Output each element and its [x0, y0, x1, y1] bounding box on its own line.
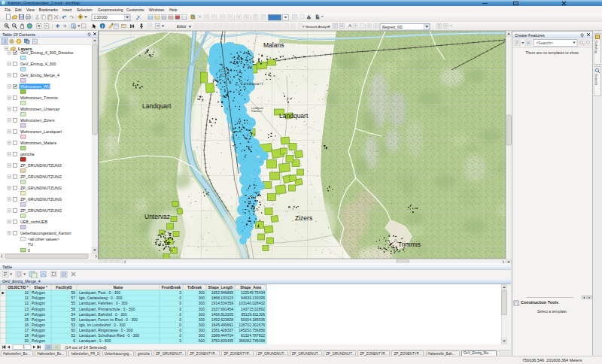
svg-text:Wohnzonen_Landquart: Wohnzonen_Landquart: [20, 129, 62, 134]
svg-text:1: 1: [23, 344, 25, 349]
svg-text:16: 16: [24, 323, 29, 327]
svg-text:Wohnzonen_Trimmis: Wohnzonen_Trimmis: [20, 96, 58, 100]
svg-text:15: 15: [24, 317, 29, 322]
svg-text:143715.02892: 143715.02892: [241, 307, 265, 311]
svg-text:54: 54: [71, 312, 75, 317]
svg-text:0: 0: [179, 312, 181, 317]
svg-text:Landquart : 0 - 600: Landquart : 0 - 600: [79, 338, 111, 343]
svg-text:Polygon: Polygon: [32, 333, 45, 338]
svg-text:Untervaz: Untervaz: [144, 213, 170, 220]
svg-text:0: 0: [179, 307, 181, 311]
svg-text:Wegnetz_ND: Wegnetz_ND: [382, 26, 403, 29]
svg-text:1645.499691: 1645.499691: [211, 323, 233, 327]
svg-text:300: 300: [199, 317, 205, 322]
svg-text:Shape_Length: Shape_Length: [208, 286, 233, 290]
svg-text:18: 18: [24, 333, 29, 338]
svg-text:17: 17: [24, 328, 29, 332]
svg-text:Ueberbauungsstand_Kanton: Ueberbauungsstand_Kanton: [20, 231, 71, 235]
svg-text:366082.745068: 366082.745068: [239, 338, 265, 343]
svg-text:126702.302676: 126702.302676: [239, 323, 265, 327]
svg-text:60: 60: [71, 328, 75, 332]
svg-text:Wohnzonen_Zizers: Wohnzonen_Zizers: [20, 118, 55, 123]
svg-text:3750.839435: 3750.839435: [211, 338, 233, 343]
svg-text:0: 0: [179, 290, 181, 295]
svg-text:1581.428337: 1581.428337: [211, 328, 233, 332]
svg-text:Fabriken: Fabriken: [251, 110, 262, 113]
svg-text:6: 6: [73, 338, 75, 343]
svg-text:300: 300: [199, 333, 205, 338]
svg-text:1868.133123: 1868.133123: [211, 296, 233, 300]
svg-text:300: 300: [199, 307, 205, 311]
svg-text:13: 13: [24, 307, 29, 311]
svg-text:Editor: Editor: [177, 25, 187, 29]
svg-text:Landquart, Fabriken : 0 - 300: Landquart, Fabriken : 0 - 300: [79, 301, 128, 305]
svg-text:1492.623828: 1492.623828: [211, 317, 233, 322]
svg-text:81324.787822: 81324.787822: [241, 333, 265, 338]
svg-text:300: 300: [199, 328, 205, 332]
svg-text:50004.185535: 50004.185535: [241, 317, 265, 322]
svg-text:Polygon: Polygon: [32, 338, 45, 343]
svg-text:ZP_GRUNDNUTZUNG: ZP_GRUNDNUTZUNG: [20, 186, 62, 190]
svg-text:1589.444704: 1589.444704: [211, 333, 233, 338]
svg-text:OeV_Einzug_4_300_Dissolve: OeV_Einzug_4_300_Dissolve: [20, 50, 73, 55]
svg-text:11: 11: [25, 296, 29, 300]
svg-text:300: 300: [199, 323, 205, 327]
svg-text:0: 0: [179, 338, 181, 343]
svg-text:122549.75434: 122549.75434: [241, 290, 265, 295]
svg-text:Landquart, Post : 0 - 300: Landquart, Post : 0 - 300: [79, 290, 120, 295]
svg-text:Landquart: Landquart: [142, 102, 172, 110]
svg-text:55: 55: [71, 301, 75, 305]
svg-text:OeV_Einzug_4_300: OeV_Einzug_4_300: [20, 62, 56, 66]
svg-text:<Search>: <Search>: [536, 41, 553, 45]
svg-text:Polygon: Polygon: [32, 301, 45, 305]
svg-text:0: 0: [179, 323, 181, 327]
svg-text:Polygon: Polygon: [32, 328, 45, 332]
svg-text:14: 14: [24, 312, 29, 317]
svg-text:TU: TU: [28, 242, 33, 247]
svg-text:1637.691454: 1637.691454: [211, 307, 233, 311]
svg-text:0: 0: [179, 296, 181, 300]
svg-text:Landquart, Schulhaus Ried : 0: Landquart, Schulhaus Ried : 0 - 300: [79, 333, 139, 338]
svg-text:0: 0: [28, 248, 30, 253]
svg-text:ZP_GRUNDNUTZUNG: ZP_GRUNDNUTZUNG: [20, 163, 62, 168]
svg-text:12: 12: [24, 301, 29, 305]
svg-text:10: 10: [24, 290, 29, 295]
svg-text:85129.811306: 85129.811306: [241, 312, 265, 317]
svg-text:0: 0: [179, 328, 181, 332]
svg-text:1914.534359: 1914.534359: [211, 301, 233, 305]
svg-text:Network Analyst: Network Analyst: [306, 25, 330, 29]
svg-text:300: 300: [199, 296, 205, 300]
svg-text:Trimmis: Trimmis: [398, 241, 421, 248]
svg-text:Zizers: Zizers: [295, 214, 312, 222]
svg-text:OeV_Einzig_Merge_4: OeV_Einzig_Merge_4: [20, 73, 59, 77]
svg-text:UEB_nichtUEB: UEB_nichtUEB: [20, 220, 47, 224]
svg-text:52: 52: [71, 333, 75, 338]
svg-text:Igis, Caslatelweg : 0 - 300: Igis, Caslatelweg : 0 - 300: [79, 296, 123, 300]
svg-text:Igis, Im Lucsfeuhof : 0 - 300: Igis, Im Lucsfeuhof : 0 - 300: [79, 323, 126, 327]
svg-text:Polygon: Polygon: [32, 323, 45, 327]
svg-text:600: 600: [199, 338, 205, 343]
svg-text:0: 0: [179, 301, 181, 305]
svg-text:Landquart, Forum im Ried : 0 -: Landquart, Forum im Ried : 0 - 300: [79, 317, 138, 322]
svg-text:0: 0: [179, 333, 181, 338]
svg-text:gstricha: gstricha: [20, 152, 35, 156]
svg-text:Polygon: Polygon: [32, 290, 45, 295]
svg-text:145253.756856: 145253.756856: [239, 328, 265, 332]
svg-text:ZP_GRUNDNUTZUNG: ZP_GRUNDNUTZUNG: [20, 208, 62, 213]
svg-text:Landquart, Ringstrasse : 0 - 3: Landquart, Ringstrasse : 0 - 300: [79, 328, 133, 332]
svg-text:ToBreak: ToBreak: [187, 286, 202, 290]
svg-text:94639.133095: 94639.133095: [241, 296, 265, 300]
svg-text:300: 300: [199, 301, 205, 305]
svg-text:Landquart, Bahnhof : 0 - 300: Landquart, Bahnhof : 0 - 300: [79, 312, 127, 317]
svg-text:Malans: Malans: [263, 41, 284, 49]
svg-text:Polygon: Polygon: [32, 307, 45, 311]
svg-text:Shape_Area: Shape_Area: [240, 286, 261, 290]
svg-text:57: 57: [71, 296, 75, 300]
svg-text:59: 59: [71, 317, 75, 322]
svg-text:OBJECTID *: OBJECTID *: [8, 286, 29, 290]
svg-text:1652.946895: 1652.946895: [211, 290, 233, 295]
svg-text:103140.028432: 103140.028432: [239, 301, 265, 305]
svg-text:Wohnzonen_WU2J: Wohnzonen_WU2J: [20, 84, 55, 89]
svg-text:Name: Name: [113, 286, 123, 290]
svg-text:1:30'000: 1:30'000: [94, 16, 108, 20]
